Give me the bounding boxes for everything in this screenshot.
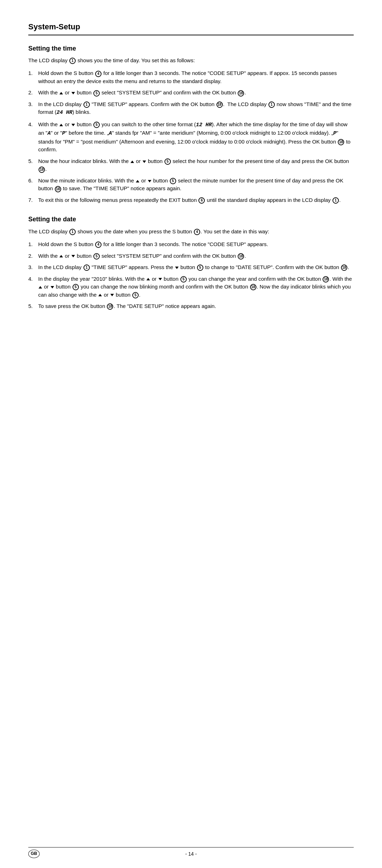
arrow-down-icon [158, 278, 162, 280]
list-item: 6. Now the minute indicator blinks. With… [28, 177, 354, 193]
circle-18: 18 [238, 253, 244, 260]
circle-5: 5 [93, 122, 100, 128]
list-content: Now the minute indicator blinks. With th… [38, 177, 354, 193]
list-item: 7. To exit this or the following menus p… [28, 196, 354, 204]
circle-4: 4 [95, 71, 102, 77]
section-date-title: Setting the date [28, 215, 354, 224]
circle-4: 4 [194, 229, 200, 235]
list-num: 1. [28, 240, 38, 249]
section-date-intro: The LCD display 1 shows you the date whe… [28, 228, 354, 236]
list-content: Hold down the S button 4 for a little lo… [38, 69, 354, 85]
circle-5: 5 [197, 264, 203, 271]
list-item: 3. In the LCD display 1 "TIME SETUP" app… [28, 100, 354, 117]
circle-5: 5 [93, 90, 100, 97]
page: System-Setup Setting the time The LCD di… [0, 0, 382, 868]
circle-18: 18 [55, 186, 61, 192]
list-num: 4. [28, 275, 38, 283]
section-time-title: Setting the time [28, 44, 354, 53]
arrow-down-icon [71, 255, 75, 257]
footer-gb-label: GB [28, 850, 40, 858]
circle-18: 18 [341, 264, 347, 271]
list-num: 3. [28, 100, 38, 109]
list-item: 2. With the or button 5 select "SYSTEM S… [28, 252, 354, 260]
circle-18: 18 [107, 303, 113, 310]
list-item: 3. In the LCD display 1 "TIME SETUP" app… [28, 263, 354, 272]
list-item: 1. Hold down the S button 4 for a little… [28, 240, 354, 249]
arrow-up-icon [59, 92, 63, 94]
circle-18: 18 [323, 276, 329, 282]
arrow-up-icon [136, 180, 139, 182]
arrow-up-icon [98, 294, 102, 296]
list-item: 2. With the or button 5 select "SYSTEM S… [28, 89, 354, 97]
section-time: Setting the time The LCD display 1 shows… [28, 44, 354, 204]
list-content: Hold down the S button 4 for a little lo… [38, 240, 354, 249]
arrow-down-icon [71, 92, 75, 94]
footer-page-number: - 14 - [185, 850, 197, 857]
arrow-up-icon [59, 124, 63, 126]
list-num: 3. [28, 263, 38, 272]
circle-5: 5 [73, 284, 79, 290]
section-time-intro: The LCD display 1 shows you the time of … [28, 57, 354, 65]
list-content: In the display the year "2010" blinks. W… [38, 275, 354, 299]
arrow-down-icon [110, 294, 114, 296]
list-num: 4. [28, 121, 38, 129]
arrow-down-icon [51, 286, 54, 289]
circle-18: 18 [216, 101, 223, 108]
date-steps-list: 1. Hold down the S button 4 for a little… [28, 240, 354, 310]
list-item: 4. With the or button 5 you can switch t… [28, 121, 354, 154]
circle-18: 18 [338, 139, 344, 145]
circle-4: 4 [95, 241, 102, 248]
circle-5: 5 [93, 253, 100, 260]
circle-18: 18 [39, 167, 45, 173]
arrow-down-icon [148, 180, 151, 182]
circle-5: 5 [164, 158, 171, 165]
list-num: 5. [28, 302, 38, 310]
circle-1: 1 [83, 101, 90, 108]
arrow-up-icon [59, 255, 63, 257]
list-num: 7. [28, 196, 38, 204]
list-content: With the or button 5 you can switch to t… [38, 121, 354, 154]
list-content: To exit this or the following menus pres… [38, 196, 354, 204]
arrow-up-icon [146, 278, 150, 280]
list-num: 2. [28, 89, 38, 97]
circle-1: 1 [83, 264, 90, 271]
arrow-down-icon [175, 267, 179, 269]
circle-5: 5 [170, 178, 176, 184]
footer: GB - 14 - [28, 847, 354, 857]
circle-6: 6 [198, 197, 205, 204]
am-letter2: A [109, 130, 112, 136]
list-item: 4. In the display the year "2010" blinks… [28, 275, 354, 299]
list-item: 1. Hold down the S button 4 for a little… [28, 69, 354, 85]
arrow-up-icon [39, 286, 42, 289]
title-divider [28, 35, 354, 35]
list-content: With the or button 5 select "SYSTEM SETU… [38, 252, 354, 260]
circle-18: 18 [238, 90, 244, 97]
list-num: 6. [28, 177, 38, 185]
section-date: Setting the date The LCD display 1 shows… [28, 215, 354, 310]
list-num: 2. [28, 252, 38, 260]
list-content: With the or button 5 select "SYSTEM SETU… [38, 89, 354, 97]
pm-letter2: P [333, 130, 336, 136]
circle-5: 5 [180, 276, 187, 282]
list-content: To save press the OK button 18. The "DAT… [38, 302, 354, 310]
circle-1: 1 [69, 229, 76, 235]
time-format-12: 12 HR [196, 122, 212, 128]
circle-18: 18 [250, 284, 256, 290]
list-content: In the LCD display 1 "TIME SETUP" appear… [38, 263, 354, 272]
list-content: In the LCD display 1 "TIME SETUP" appear… [38, 100, 354, 117]
am-letter: A [47, 130, 51, 136]
circle-1: 1 [69, 58, 76, 64]
page-title: System-Setup [28, 21, 354, 33]
circle-1: 1 [332, 197, 339, 204]
list-num: 5. [28, 157, 38, 165]
circle-5: 5 [132, 292, 139, 298]
time-format-24: 24 HR [57, 110, 73, 116]
list-num: 1. [28, 69, 38, 77]
list-item: 5. To save press the OK button 18. The "… [28, 302, 354, 310]
list-content: Now the hour indicator blinks. With the … [38, 157, 354, 173]
time-steps-list: 1. Hold down the S button 4 for a little… [28, 69, 354, 204]
list-item: 5. Now the hour indicator blinks. With t… [28, 157, 354, 173]
arrow-down-icon [71, 124, 75, 126]
circle-1: 1 [268, 101, 275, 108]
arrow-down-icon [143, 161, 146, 163]
